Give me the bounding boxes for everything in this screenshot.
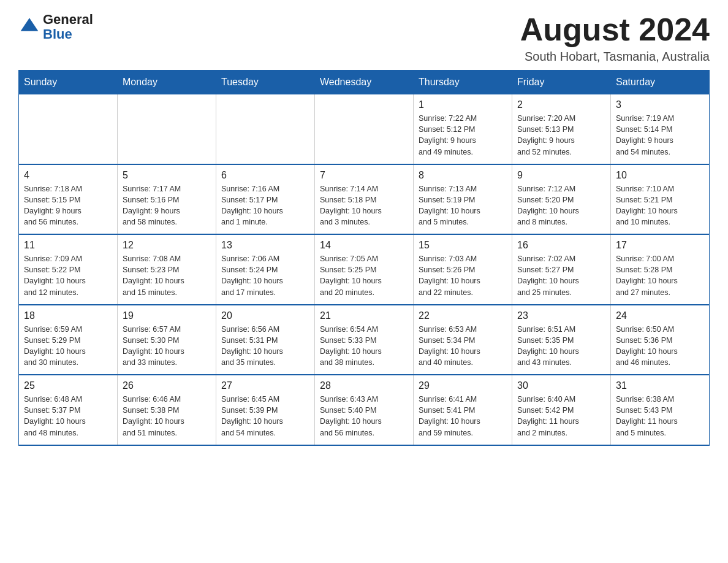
day-of-week-header: Sunday: [19, 71, 118, 94]
day-number: 8: [419, 170, 507, 181]
calendar-cell: 14Sunrise: 7:05 AM Sunset: 5:25 PM Dayli…: [315, 234, 414, 305]
title-area: August 2024 South Hobart, Tasmania, Aust…: [520, 12, 710, 64]
day-info: Sunrise: 7:22 AM Sunset: 5:12 PM Dayligh…: [419, 113, 507, 158]
day-number: 10: [616, 170, 704, 181]
day-info: Sunrise: 7:19 AM Sunset: 5:14 PM Dayligh…: [616, 113, 704, 158]
day-info: Sunrise: 7:20 AM Sunset: 5:13 PM Dayligh…: [517, 113, 605, 158]
day-number: 30: [517, 380, 605, 391]
day-number: 9: [517, 170, 605, 181]
day-number: 13: [221, 240, 309, 251]
calendar-cell: 7Sunrise: 7:14 AM Sunset: 5:18 PM Daylig…: [315, 164, 414, 235]
day-number: 24: [616, 310, 704, 321]
day-number: 7: [320, 170, 408, 181]
month-title: August 2024: [520, 12, 710, 47]
logo-icon: [18, 13, 40, 36]
day-number: 1: [419, 99, 507, 110]
day-number: 22: [419, 310, 507, 321]
calendar-week-row: 1Sunrise: 7:22 AM Sunset: 5:12 PM Daylig…: [19, 94, 710, 164]
calendar-cell: 31Sunrise: 6:38 AM Sunset: 5:43 PM Dayli…: [611, 375, 710, 445]
day-number: 14: [320, 240, 408, 251]
day-of-week-header: Thursday: [414, 71, 512, 94]
calendar-cell: 1Sunrise: 7:22 AM Sunset: 5:12 PM Daylig…: [414, 94, 512, 164]
calendar-cell: 30Sunrise: 6:40 AM Sunset: 5:42 PM Dayli…: [512, 375, 611, 445]
calendar-cell: 22Sunrise: 6:53 AM Sunset: 5:34 PM Dayli…: [414, 305, 512, 375]
day-number: 3: [616, 99, 704, 110]
calendar-cell: [216, 94, 315, 164]
day-number: 5: [123, 170, 211, 181]
day-number: 17: [616, 240, 704, 251]
day-info: Sunrise: 6:57 AM Sunset: 5:30 PM Dayligh…: [123, 324, 211, 369]
calendar-cell: 19Sunrise: 6:57 AM Sunset: 5:30 PM Dayli…: [118, 305, 216, 375]
day-info: Sunrise: 6:41 AM Sunset: 5:41 PM Dayligh…: [419, 394, 507, 439]
day-info: Sunrise: 6:54 AM Sunset: 5:33 PM Dayligh…: [320, 324, 408, 369]
day-info: Sunrise: 6:51 AM Sunset: 5:35 PM Dayligh…: [517, 324, 605, 369]
calendar-cell: 28Sunrise: 6:43 AM Sunset: 5:40 PM Dayli…: [315, 375, 414, 445]
calendar-week-row: 25Sunrise: 6:48 AM Sunset: 5:37 PM Dayli…: [19, 375, 710, 445]
calendar-cell: 15Sunrise: 7:03 AM Sunset: 5:26 PM Dayli…: [414, 234, 512, 305]
calendar-cell: 27Sunrise: 6:45 AM Sunset: 5:39 PM Dayli…: [216, 375, 315, 445]
day-info: Sunrise: 7:09 AM Sunset: 5:22 PM Dayligh…: [24, 253, 112, 298]
calendar-cell: 5Sunrise: 7:17 AM Sunset: 5:16 PM Daylig…: [118, 164, 216, 235]
calendar-week-row: 11Sunrise: 7:09 AM Sunset: 5:22 PM Dayli…: [19, 234, 710, 305]
calendar-cell: 16Sunrise: 7:02 AM Sunset: 5:27 PM Dayli…: [512, 234, 611, 305]
day-number: 27: [221, 380, 309, 391]
day-info: Sunrise: 7:00 AM Sunset: 5:28 PM Dayligh…: [616, 253, 704, 298]
day-of-week-header: Monday: [118, 71, 216, 94]
logo-blue: Blue: [43, 27, 93, 42]
calendar-cell: 13Sunrise: 7:06 AM Sunset: 5:24 PM Dayli…: [216, 234, 315, 305]
calendar-cell: 26Sunrise: 6:46 AM Sunset: 5:38 PM Dayli…: [118, 375, 216, 445]
day-number: 6: [221, 170, 309, 181]
day-number: 20: [221, 310, 309, 321]
day-of-week-header: Wednesday: [315, 71, 414, 94]
calendar-cell: 18Sunrise: 6:59 AM Sunset: 5:29 PM Dayli…: [19, 305, 118, 375]
day-number: 11: [24, 240, 112, 251]
day-info: Sunrise: 6:53 AM Sunset: 5:34 PM Dayligh…: [419, 324, 507, 369]
day-number: 2: [517, 99, 605, 110]
logo-general: General: [43, 12, 93, 27]
calendar-cell: 12Sunrise: 7:08 AM Sunset: 5:23 PM Dayli…: [118, 234, 216, 305]
day-info: Sunrise: 7:13 AM Sunset: 5:19 PM Dayligh…: [419, 183, 507, 228]
day-number: 15: [419, 240, 507, 251]
day-info: Sunrise: 6:38 AM Sunset: 5:43 PM Dayligh…: [616, 394, 704, 439]
calendar-cell: [315, 94, 414, 164]
day-info: Sunrise: 6:45 AM Sunset: 5:39 PM Dayligh…: [221, 394, 309, 439]
calendar-cell: [118, 94, 216, 164]
day-info: Sunrise: 7:17 AM Sunset: 5:16 PM Dayligh…: [123, 183, 211, 228]
calendar-cell: 29Sunrise: 6:41 AM Sunset: 5:41 PM Dayli…: [414, 375, 512, 445]
calendar-cell: 6Sunrise: 7:16 AM Sunset: 5:17 PM Daylig…: [216, 164, 315, 235]
day-info: Sunrise: 7:16 AM Sunset: 5:17 PM Dayligh…: [221, 183, 309, 228]
day-info: Sunrise: 6:48 AM Sunset: 5:37 PM Dayligh…: [24, 394, 112, 439]
logo: General Blue: [18, 12, 93, 42]
day-info: Sunrise: 6:56 AM Sunset: 5:31 PM Dayligh…: [221, 324, 309, 369]
day-number: 12: [123, 240, 211, 251]
logo-text: General Blue: [43, 12, 93, 42]
day-info: Sunrise: 7:05 AM Sunset: 5:25 PM Dayligh…: [320, 253, 408, 298]
day-info: Sunrise: 7:18 AM Sunset: 5:15 PM Dayligh…: [24, 183, 112, 228]
calendar-cell: 8Sunrise: 7:13 AM Sunset: 5:19 PM Daylig…: [414, 164, 512, 235]
calendar-cell: 3Sunrise: 7:19 AM Sunset: 5:14 PM Daylig…: [611, 94, 710, 164]
calendar-cell: 24Sunrise: 6:50 AM Sunset: 5:36 PM Dayli…: [611, 305, 710, 375]
location-title: South Hobart, Tasmania, Australia: [520, 50, 710, 64]
day-info: Sunrise: 6:40 AM Sunset: 5:42 PM Dayligh…: [517, 394, 605, 439]
calendar-header-row: SundayMondayTuesdayWednesdayThursdayFrid…: [19, 71, 710, 94]
day-info: Sunrise: 7:10 AM Sunset: 5:21 PM Dayligh…: [616, 183, 704, 228]
calendar-cell: 21Sunrise: 6:54 AM Sunset: 5:33 PM Dayli…: [315, 305, 414, 375]
day-number: 31: [616, 380, 704, 391]
day-info: Sunrise: 7:02 AM Sunset: 5:27 PM Dayligh…: [517, 253, 605, 298]
day-number: 28: [320, 380, 408, 391]
day-info: Sunrise: 6:43 AM Sunset: 5:40 PM Dayligh…: [320, 394, 408, 439]
day-info: Sunrise: 7:14 AM Sunset: 5:18 PM Dayligh…: [320, 183, 408, 228]
day-number: 4: [24, 170, 112, 181]
day-number: 19: [123, 310, 211, 321]
day-number: 29: [419, 380, 507, 391]
day-info: Sunrise: 7:06 AM Sunset: 5:24 PM Dayligh…: [221, 253, 309, 298]
day-number: 16: [517, 240, 605, 251]
calendar-cell: 17Sunrise: 7:00 AM Sunset: 5:28 PM Dayli…: [611, 234, 710, 305]
day-info: Sunrise: 6:50 AM Sunset: 5:36 PM Dayligh…: [616, 324, 704, 369]
day-info: Sunrise: 7:03 AM Sunset: 5:26 PM Dayligh…: [419, 253, 507, 298]
day-number: 18: [24, 310, 112, 321]
day-of-week-header: Friday: [512, 71, 611, 94]
day-number: 23: [517, 310, 605, 321]
day-info: Sunrise: 7:08 AM Sunset: 5:23 PM Dayligh…: [123, 253, 211, 298]
calendar-cell: [19, 94, 118, 164]
